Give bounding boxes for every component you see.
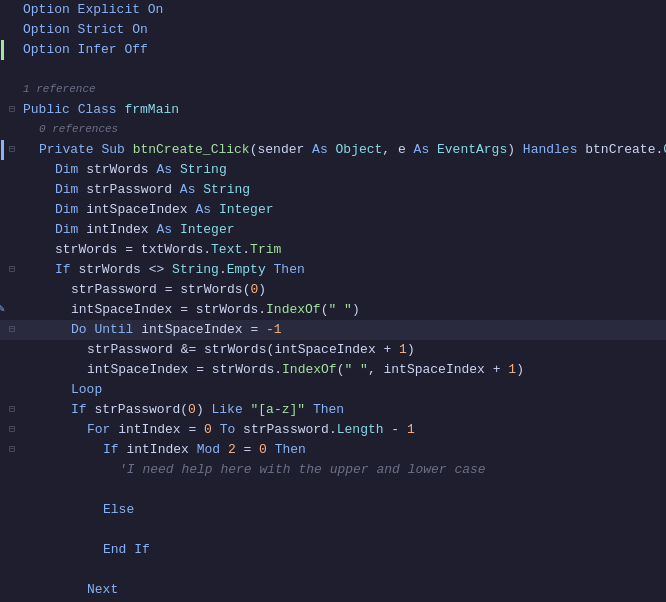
code-line-25	[0, 480, 666, 500]
code-line-13: strWords = txtWords.Text.Trim	[0, 240, 666, 260]
code-line-24: 'I need help here with the upper and low…	[0, 460, 666, 480]
code-content: Option Explicit On	[19, 0, 666, 20]
code-line-12: Dim intIndex As Integer	[0, 220, 666, 240]
code-line-5: 1 reference	[0, 80, 666, 100]
code-line-27	[0, 520, 666, 540]
code-content: strPassword = strWords(0)	[19, 280, 666, 300]
collapse-placeholder	[5, 200, 19, 220]
code-content: Do Until intSpaceIndex = -1	[19, 320, 666, 340]
code-content: intSpaceIndex = strWords.IndexOf(" ")	[19, 300, 666, 320]
collapse-placeholder	[5, 480, 19, 500]
code-line-6: ⊟Public Class frmMain	[0, 100, 666, 120]
collapse-placeholder	[5, 280, 19, 300]
code-content: Public Class frmMain	[19, 100, 666, 120]
collapse-placeholder	[5, 380, 19, 400]
collapse-placeholder	[5, 460, 19, 480]
code-content	[19, 480, 666, 500]
code-line-22: ⊟For intIndex = 0 To strPassword.Length …	[0, 420, 666, 440]
collapse-placeholder	[5, 160, 19, 180]
code-line-23: ⊟If intIndex Mod 2 = 0 Then	[0, 440, 666, 460]
collapse-placeholder	[5, 520, 19, 540]
collapse-placeholder	[5, 500, 19, 520]
code-content: 'I need help here with the upper and low…	[19, 460, 666, 480]
code-content: Loop	[19, 380, 666, 400]
code-content: 0 references	[19, 120, 666, 140]
code-line-11: Dim intSpaceIndex As Integer	[0, 200, 666, 220]
code-content: For intIndex = 0 To strPassword.Length -…	[19, 420, 666, 440]
code-line-30: Next	[0, 580, 666, 600]
code-content: 1 reference	[19, 80, 666, 100]
collapse-placeholder	[5, 560, 19, 580]
code-content: Dim strWords As String	[19, 160, 666, 180]
collapse-placeholder	[5, 340, 19, 360]
code-content: Next	[19, 580, 666, 600]
collapse-placeholder	[5, 220, 19, 240]
code-content: Dim intIndex As Integer	[19, 220, 666, 240]
collapse-placeholder	[5, 240, 19, 260]
code-editor: Option Explicit OnOption Strict OnOption…	[0, 0, 666, 602]
collapse-placeholder	[5, 580, 19, 600]
code-content	[19, 60, 666, 80]
code-line-7: 0 references	[0, 120, 666, 140]
code-line-4	[0, 60, 666, 80]
code-line-21: ⊟If strPassword(0) Like "[a-z]" Then	[0, 400, 666, 420]
code-content: Dim intSpaceIndex As Integer	[19, 200, 666, 220]
code-line-28: End If	[0, 540, 666, 560]
collapse-placeholder	[5, 60, 19, 80]
code-line-2: Option Strict On	[0, 20, 666, 40]
code-line-16: ✎intSpaceIndex = strWords.IndexOf(" ")	[0, 300, 666, 320]
code-content: Else	[19, 500, 666, 520]
code-line-1: Option Explicit On	[0, 0, 666, 20]
code-content: Private Sub btnCreate_Click(sender As Ob…	[19, 140, 666, 160]
code-content: Dim strPassword As String	[19, 180, 666, 200]
code-content: If strPassword(0) Like "[a-z]" Then	[19, 400, 666, 420]
code-content: If intIndex Mod 2 = 0 Then	[19, 440, 666, 460]
collapse-button[interactable]: ⊟	[5, 140, 19, 160]
code-content	[19, 560, 666, 580]
code-content: strWords = txtWords.Text.Trim	[19, 240, 666, 260]
code-content	[19, 520, 666, 540]
code-line-3: Option Infer Off	[0, 40, 666, 60]
code-line-8: ⊟Private Sub btnCreate_Click(sender As O…	[0, 140, 666, 160]
code-line-20: Loop	[0, 380, 666, 400]
code-line-14: ⊟If strWords <> String.Empty Then	[0, 260, 666, 280]
code-content: End If	[19, 540, 666, 560]
collapse-placeholder	[5, 120, 19, 140]
code-line-29	[0, 560, 666, 580]
code-content: Option Infer Off	[19, 40, 666, 60]
code-line-10: Dim strPassword As String	[0, 180, 666, 200]
collapse-placeholder	[5, 0, 19, 20]
code-content: Option Strict On	[19, 20, 666, 40]
collapse-button[interactable]: ⊟	[5, 320, 19, 340]
code-line-15: strPassword = strWords(0)	[0, 280, 666, 300]
code-line-19: intSpaceIndex = strWords.IndexOf(" ", in…	[0, 360, 666, 380]
collapse-button[interactable]: ⊟	[5, 260, 19, 280]
collapse-placeholder	[5, 300, 19, 320]
pencil-edit-icon: ✎	[0, 302, 5, 315]
code-content: If strWords <> String.Empty Then	[19, 260, 666, 280]
collapse-button[interactable]: ⊟	[5, 100, 19, 120]
code-line-18: strPassword &= strWords(intSpaceIndex + …	[0, 340, 666, 360]
code-line-17: ⊟Do Until intSpaceIndex = -1	[0, 320, 666, 340]
collapse-button[interactable]: ⊟	[5, 420, 19, 440]
code-content: strPassword &= strWords(intSpaceIndex + …	[19, 340, 666, 360]
code-line-9: Dim strWords As String	[0, 160, 666, 180]
collapse-button[interactable]: ⊟	[5, 400, 19, 420]
collapse-placeholder	[5, 360, 19, 380]
collapse-placeholder	[5, 80, 19, 100]
collapse-placeholder	[5, 540, 19, 560]
code-content: intSpaceIndex = strWords.IndexOf(" ", in…	[19, 360, 666, 380]
code-line-26: Else	[0, 500, 666, 520]
collapse-placeholder	[5, 20, 19, 40]
collapse-button[interactable]: ⊟	[5, 440, 19, 460]
collapse-placeholder	[5, 180, 19, 200]
collapse-placeholder	[5, 40, 19, 60]
